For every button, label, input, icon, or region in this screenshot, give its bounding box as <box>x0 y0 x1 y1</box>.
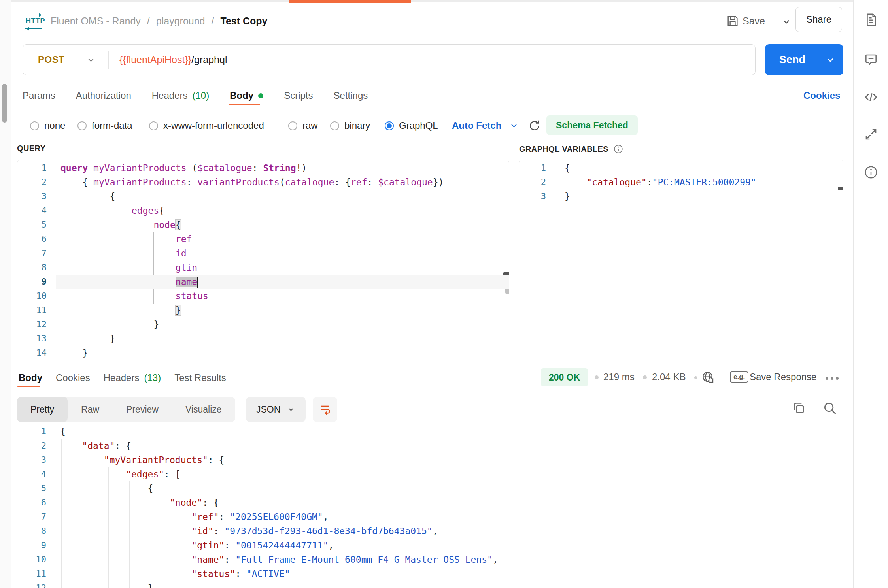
auto-fetch-dropdown[interactable]: Auto Fetch <box>452 117 501 134</box>
code-line[interactable]: 2 "data": { <box>17 439 837 453</box>
indent-guide <box>61 439 62 588</box>
radio-binary[interactable]: binary <box>330 117 370 134</box>
code-line[interactable]: 10 "name": "Full Frame E-Mount 600mm F4 … <box>17 552 837 567</box>
response-tab-headers[interactable]: Headers (13) <box>104 372 161 383</box>
query-editor[interactable]: 1query myVariantProducts ($catalogue: St… <box>17 160 509 364</box>
documentation-icon[interactable] <box>863 12 879 28</box>
save-response-button[interactable]: Save Response <box>750 371 816 383</box>
info-icon[interactable] <box>613 144 623 154</box>
variables-editor[interactable]: 1{2 "catalogue":"PC:MASTER:5000299"3} <box>519 160 843 364</box>
code-line[interactable]: 13 } <box>17 332 509 346</box>
left-scrollbar-thumb[interactable] <box>2 84 7 122</box>
code-line[interactable]: 11 "status": "ACTIVE" <box>17 567 837 581</box>
query-code: 1query myVariantProducts ($catalogue: St… <box>17 160 509 360</box>
indent-guide <box>64 175 64 359</box>
response-tab-cookies[interactable]: Cookies <box>56 372 90 383</box>
line-number: 11 <box>17 567 56 581</box>
save-options-chevron-icon[interactable] <box>781 17 792 27</box>
send-button[interactable]: Send <box>765 44 843 75</box>
response-scrollbar-track[interactable] <box>837 424 837 588</box>
code-line[interactable]: 5 node{ <box>17 218 509 232</box>
cookies-link[interactable]: Cookies <box>803 90 840 101</box>
refresh-schema-icon[interactable] <box>528 119 541 132</box>
method-chevron-icon[interactable] <box>86 55 96 65</box>
tab-authorization[interactable]: Authorization <box>76 90 131 101</box>
url-input[interactable]: {{fluentApiHost}}/graphql <box>119 45 227 75</box>
auto-fetch-chevron-icon[interactable] <box>509 121 519 130</box>
more-options-icon[interactable] <box>826 377 839 380</box>
breadcrumb-folder[interactable]: playground <box>156 15 205 27</box>
info-circle-icon[interactable] <box>863 164 879 180</box>
code-line[interactable]: 5 { <box>17 481 837 496</box>
save-icon[interactable] <box>726 14 739 28</box>
pull-request-arrows-icon[interactable] <box>863 126 879 142</box>
radio-none[interactable]: none <box>30 117 65 134</box>
line-number: 9 <box>17 538 56 552</box>
tab-params[interactable]: Params <box>23 90 55 101</box>
copy-response-icon[interactable] <box>792 401 807 416</box>
radio-form-data[interactable]: form-data <box>77 117 132 134</box>
code-line[interactable]: 2 { myVariantProducts: variantProducts(c… <box>17 175 509 189</box>
breadcrumb-workspace[interactable]: Fluent OMS - Randy <box>51 15 141 27</box>
word-wrap-icon[interactable] <box>313 397 337 422</box>
tab-label: Cookies <box>56 372 90 383</box>
dot-separator <box>643 375 647 379</box>
response-viewer[interactable]: 1{2 "data": {3 "myVariantProducts": {4 "… <box>17 424 837 588</box>
share-button[interactable]: Share <box>795 7 842 32</box>
request-response-divider[interactable] <box>11 364 853 364</box>
code-line[interactable]: 6 ref <box>17 232 509 246</box>
tab-settings[interactable]: Settings <box>334 90 368 101</box>
code-line[interactable]: 14 } <box>17 346 509 360</box>
code-line[interactable]: 1{ <box>17 424 837 439</box>
response-tab-body[interactable]: Body <box>19 372 42 383</box>
response-tab-test-results[interactable]: Test Results <box>174 372 226 383</box>
code-snippet-icon[interactable] <box>863 89 879 105</box>
tab-scripts[interactable]: Scripts <box>284 90 313 101</box>
view-tab-preview[interactable]: Preview <box>113 397 172 422</box>
code-line[interactable]: 4 "edges": [ <box>17 467 837 481</box>
body-modified-dot <box>258 93 263 98</box>
code-line[interactable]: 6 "node": { <box>17 496 837 510</box>
view-tab-pretty[interactable]: Pretty <box>17 397 68 422</box>
code-line[interactable]: 12 } <box>17 317 509 332</box>
tab-headers[interactable]: Headers (10) <box>152 90 209 101</box>
view-tab-raw[interactable]: Raw <box>68 397 113 422</box>
method-selector[interactable]: POST <box>38 45 64 75</box>
code-line[interactable]: 7 "ref": "2025SEL600F40GM", <box>17 510 837 524</box>
comments-icon[interactable] <box>863 51 879 67</box>
response-code: 1{2 "data": {3 "myVariantProducts": {4 "… <box>17 424 837 588</box>
format-label: JSON <box>256 404 280 415</box>
search-response-icon[interactable] <box>822 401 837 416</box>
view-tab-visualize[interactable]: Visualize <box>172 397 235 422</box>
code-line[interactable]: 8 gtin <box>17 260 509 275</box>
code-line[interactable]: 3} <box>519 189 843 204</box>
send-options-chevron-icon[interactable] <box>825 55 835 65</box>
code-line[interactable]: 1{ <box>519 161 843 175</box>
code-line[interactable]: 7 id <box>17 246 509 260</box>
headers-count: (10) <box>193 90 210 101</box>
request-title[interactable]: Test Copy <box>220 15 267 27</box>
save-button[interactable]: Save <box>743 15 765 27</box>
code-line[interactable]: 2 "catalogue":"PC:MASTER:5000299" <box>519 175 843 189</box>
code-line[interactable]: 3 "myVariantProducts": { <box>17 453 837 467</box>
network-info-icon[interactable] <box>701 371 715 384</box>
code-line[interactable]: 4 edges{ <box>17 204 509 218</box>
code-line[interactable]: 12 } <box>17 581 837 588</box>
tab-body[interactable]: Body <box>230 90 263 101</box>
code-line[interactable]: 3 { <box>17 189 509 204</box>
code-line[interactable]: 9 name <box>17 275 509 289</box>
radio-x-www-form-urlencoded[interactable]: x-www-form-urlencoded <box>149 117 264 134</box>
radio-graphql[interactable]: GraphQL <box>385 117 438 134</box>
code-line[interactable]: 10 status <box>17 289 509 303</box>
line-number: 5 <box>17 481 56 496</box>
format-dropdown[interactable]: JSON <box>246 397 306 422</box>
code-line[interactable]: 9 "gtin": "001542444447711", <box>17 538 837 552</box>
radio-raw[interactable]: raw <box>288 117 318 134</box>
active-tab-underline <box>229 104 260 105</box>
http-request-icon: HTTP <box>25 12 44 31</box>
line-number: 8 <box>17 260 56 275</box>
code-line[interactable]: 11 } <box>17 303 509 317</box>
code-line[interactable]: 8 "id": "9737d53d-f293-46d1-8e34-bfd7b64… <box>17 524 837 538</box>
line-number: 4 <box>17 204 56 218</box>
code-line[interactable]: 1query myVariantProducts ($catalogue: St… <box>17 161 509 175</box>
